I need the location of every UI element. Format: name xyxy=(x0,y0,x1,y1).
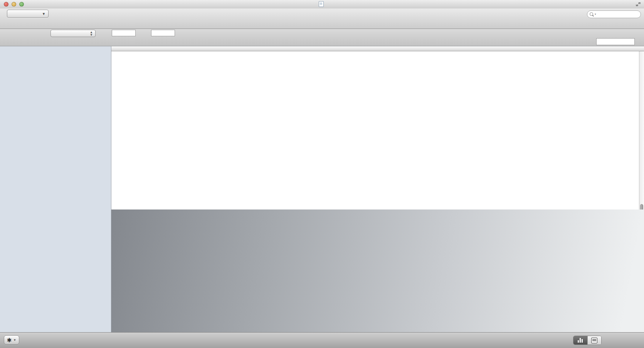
main-content xyxy=(111,46,644,332)
von-date-field[interactable] xyxy=(112,30,136,36)
sidebar xyxy=(0,46,111,332)
toolbar-buttons: ▼ xyxy=(2,10,49,19)
range-mode-popup[interactable]: ▲▼ xyxy=(50,30,96,37)
status-bar: ✱ ▼ xyxy=(0,332,644,348)
vertical-scrollbar[interactable] xyxy=(639,51,644,209)
reports-group: ▼ xyxy=(7,10,49,19)
document-icon xyxy=(319,1,324,7)
title-bar xyxy=(0,0,644,9)
search-input[interactable] xyxy=(597,11,638,17)
chevron-down-icon: ▼ xyxy=(42,12,45,16)
bis-date-field[interactable] xyxy=(151,30,175,36)
saldo-field[interactable] xyxy=(596,38,635,45)
updown-arrows-icon: ▲▼ xyxy=(90,31,93,36)
account-saldo-row xyxy=(0,38,644,46)
search-icon xyxy=(590,12,594,17)
fullscreen-expand-icon[interactable] xyxy=(636,2,641,7)
table-header xyxy=(111,46,644,51)
chevron-down-icon: ▼ xyxy=(13,338,16,342)
balance-chart xyxy=(111,209,644,332)
search-field[interactable]: ▾ xyxy=(587,10,641,18)
search-options-chevron-icon[interactable]: ▾ xyxy=(595,13,596,16)
view-mode-segmented-control xyxy=(573,336,602,345)
action-gear-button[interactable]: ✱ ▼ xyxy=(4,335,19,345)
reports-popup[interactable]: ▼ xyxy=(7,10,49,18)
toolbar: ▼ ▾ xyxy=(0,8,644,29)
chart-view-button[interactable] xyxy=(573,336,587,345)
gear-icon: ✱ xyxy=(7,337,12,343)
bar-chart-icon xyxy=(578,338,583,343)
form-view-button[interactable] xyxy=(587,336,602,345)
app-window: ▼ ▾ ▲▼ xyxy=(0,0,644,348)
window-title xyxy=(0,1,644,7)
filter-row: ▲▼ xyxy=(0,29,644,38)
form-list-icon xyxy=(591,338,597,343)
filter-panel: ▲▼ xyxy=(0,29,644,46)
search-area: ▾ xyxy=(587,10,641,20)
table-body xyxy=(111,51,644,209)
